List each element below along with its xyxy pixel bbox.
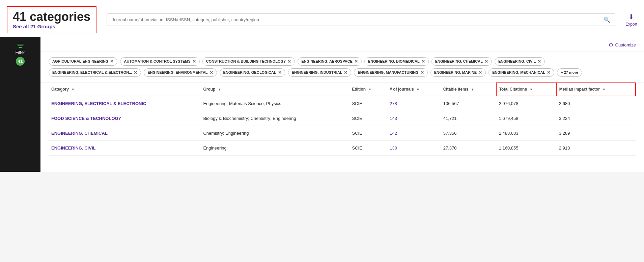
export-label: Export [625, 22, 637, 27]
tag-close-icon[interactable]: ✕ [354, 59, 358, 64]
tag-manufacturing: ENGINEERING, MANUFACTURING ✕ [354, 68, 427, 77]
filter-icon [17, 44, 24, 48]
tag-label: ENGINEERING, MANUFACTURING [358, 70, 418, 74]
journal-count-link[interactable]: 278 [390, 101, 397, 106]
tag-label: CONSTRUCTION & BUILDING TECHNOLOGY [206, 59, 286, 63]
sort-icon: ▼ [529, 88, 533, 91]
cell-edition: SCIE [349, 96, 387, 111]
categories-box: 41 categories See all 21 Groups [7, 6, 96, 33]
see-all-link[interactable]: See all 21 Groups [13, 24, 55, 29]
filter-label: Filter [16, 50, 25, 55]
cell-impact: 3.224 [556, 111, 636, 126]
table-row: ENGINEERING, CHEMICAL Chemistry; Enginee… [49, 126, 636, 140]
cell-citations: 2,488,683 [496, 126, 556, 140]
category-link[interactable]: ENGINEERING, ELECTRICAL & ELECTRONIC [51, 101, 146, 106]
export-button[interactable]: ⬇ Export [625, 13, 637, 27]
col-category[interactable]: Category ▼ [49, 83, 200, 96]
cell-edition: SCIE [349, 126, 387, 140]
cell-citable: 41,721 [441, 111, 496, 126]
sort-icon: ▼ [218, 88, 221, 91]
tag-close-icon[interactable]: ✕ [110, 59, 114, 64]
sidebar: Filter 41 [0, 37, 40, 172]
tag-label: ENGINEERING, CHEMICAL [435, 59, 483, 63]
col-citable[interactable]: Citable Items ▼ [441, 83, 496, 96]
tag-label: ENGINEERING, ENVIRONMENTAL [147, 70, 207, 74]
tag-close-icon[interactable]: ✕ [209, 70, 213, 75]
search-input[interactable] [112, 17, 604, 22]
cell-journals: 130 [387, 140, 440, 155]
filter-line-1 [17, 44, 24, 44]
cell-category: ENGINEERING, ELECTRICAL & ELECTRONIC [49, 96, 200, 111]
customize-button[interactable]: ⚙ Customize [609, 42, 636, 48]
category-link[interactable]: FOOD SCIENCE & TECHNOLOGY [51, 116, 121, 121]
col-edition-label: Edition [352, 87, 366, 92]
sort-icon: ▼ [368, 88, 371, 91]
more-tags-button[interactable]: + 27 more [557, 68, 582, 77]
tag-close-icon[interactable]: ✕ [421, 59, 425, 64]
category-link[interactable]: ENGINEERING, CIVIL [51, 145, 95, 151]
tag-close-icon[interactable]: ✕ [134, 70, 137, 75]
tag-label: ENGINEERING, MECHANICAL [492, 70, 545, 74]
gear-icon: ⚙ [609, 42, 613, 48]
filter-container[interactable]: Filter 41 [16, 44, 25, 66]
tag-automation: AUTOMATION & CONTROL SYSTEMS ✕ [120, 57, 199, 66]
search-icon: 🔍 [604, 17, 610, 23]
tag-close-icon[interactable]: ✕ [484, 59, 488, 64]
tag-close-icon[interactable]: ✕ [537, 59, 541, 64]
tag-mechanical: ENGINEERING, MECHANICAL ✕ [488, 68, 554, 77]
tag-close-icon[interactable]: ✕ [287, 59, 291, 64]
customize-label: Customize [615, 42, 636, 47]
tag-close-icon[interactable]: ✕ [344, 70, 347, 75]
download-icon: ⬇ [628, 13, 634, 21]
cell-group: Chemistry; Engineering [200, 126, 349, 140]
col-journals-label: # of journals [390, 87, 414, 92]
col-citations[interactable]: Total Citations ▼ [496, 83, 556, 96]
cell-citations: 1,160,855 [496, 140, 556, 155]
filter-line-3 [19, 47, 22, 48]
cell-journals: 142 [387, 126, 440, 140]
tag-close-icon[interactable]: ✕ [547, 70, 551, 75]
col-edition[interactable]: Edition ▼ [349, 83, 387, 96]
top-header: 41 categories See all 21 Groups 🔍 ⬇ Expo… [0, 0, 644, 37]
journal-count-link[interactable]: 142 [390, 131, 397, 136]
cell-category: ENGINEERING, CHEMICAL [49, 126, 200, 140]
col-impact[interactable]: Median impact factor ▼ [556, 83, 636, 96]
col-citable-label: Citable Items [443, 87, 469, 92]
tag-civil: ENGINEERING, CIVIL ✕ [495, 57, 545, 66]
filter-badge: 41 [16, 57, 25, 66]
category-link[interactable]: ENGINEERING, CHEMICAL [51, 131, 108, 136]
cell-citable: 57,356 [441, 126, 496, 140]
search-area: 🔍 [107, 13, 615, 26]
journal-count-link[interactable]: 130 [390, 145, 397, 151]
sort-icon: ▼ [602, 88, 606, 91]
tag-close-icon[interactable]: ✕ [420, 70, 424, 75]
table-row: FOOD SCIENCE & TECHNOLOGY Biology & Bioc… [49, 111, 636, 126]
cell-impact: 2.913 [556, 140, 636, 155]
sort-icon: ▼ [71, 88, 75, 91]
tag-agricultural: AGRICULTURAL ENGINEERING ✕ [49, 57, 117, 66]
tag-label: ENGINEERING, GEOLOGICAL [223, 70, 276, 74]
cell-group: Engineering; Materials Science; Physics [200, 96, 349, 111]
tag-label: ENGINEERING, BIOMEDICAL [368, 59, 420, 63]
table-row: ENGINEERING, CIVIL Engineering SCIE 130 … [49, 140, 636, 155]
cell-journals: 278 [387, 96, 440, 111]
cell-group: Biology & Biochemistry; Chemistry; Engin… [200, 111, 349, 126]
tag-label: ENGINEERING, MARINE [434, 70, 477, 74]
cell-edition: SCIE [349, 140, 387, 155]
cell-impact: 3.289 [556, 126, 636, 140]
tag-label: AUTOMATION & CONTROL SYSTEMS [124, 59, 190, 63]
sort-icon-active: ▼ [416, 88, 420, 91]
tag-close-icon[interactable]: ✕ [278, 70, 282, 75]
tag-close-icon[interactable]: ✕ [478, 70, 482, 75]
tag-biomedical: ENGINEERING, BIOMEDICAL ✕ [364, 57, 429, 66]
tag-close-icon[interactable]: ✕ [192, 59, 196, 64]
col-category-label: Category [51, 87, 69, 92]
col-journals[interactable]: # of journals ▼ [387, 83, 440, 96]
tag-label: ENGINEERING, CIVIL [498, 59, 536, 63]
tag-electrical: ENGINEERING, ELECTRICAL & ELECTRON... ✕ [49, 68, 141, 77]
col-group[interactable]: Group ▼ [200, 83, 349, 96]
tag-aerospace: ENGINEERING, AEROSPACE ✕ [298, 57, 362, 66]
tags-area: AGRICULTURAL ENGINEERING ✕ AUTOMATION & … [40, 52, 644, 83]
cell-impact: 2.680 [556, 96, 636, 111]
journal-count-link[interactable]: 143 [390, 116, 397, 121]
